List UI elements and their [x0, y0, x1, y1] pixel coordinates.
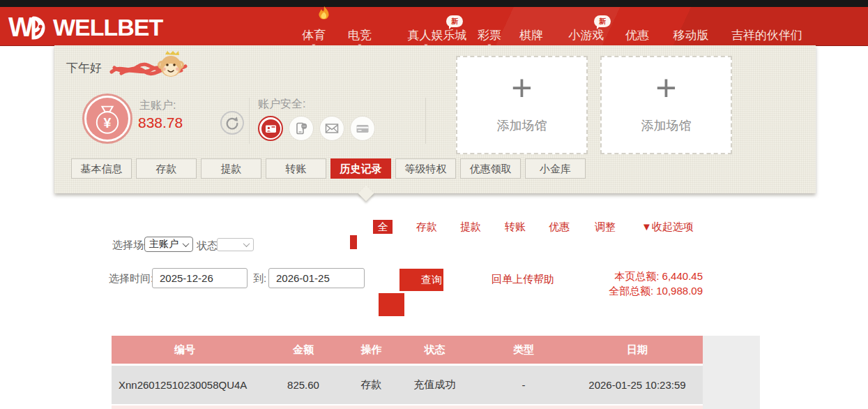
all-total-label: 全部总额:: [609, 285, 653, 297]
filter-transfer[interactable]: 转账: [505, 221, 526, 234]
red-marker-bar: [350, 235, 357, 249]
logo-spiral-b-icon: [31, 16, 52, 40]
table-side-strip: [703, 336, 760, 409]
fire-icon: [318, 6, 330, 21]
collapse-options-label: 收起选项: [652, 221, 694, 232]
to-label: 到:: [253, 272, 266, 285]
new-badge: 新: [594, 15, 611, 27]
top-black-bar: [0, 0, 868, 7]
nav-partners[interactable]: 吉祥的伙伴们: [731, 27, 802, 43]
time-select-label: 选择时间:: [109, 272, 153, 285]
nav-sports[interactable]: 体育: [302, 27, 326, 43]
header-amount: 金额: [258, 343, 349, 357]
nav-live-casino[interactable]: 真人娱乐城: [408, 27, 467, 43]
header-type: 类型: [475, 343, 572, 357]
cell-amount: 825.60: [258, 379, 349, 391]
add-venue-box[interactable]: + 添加场馆: [600, 56, 732, 154]
cell-date: 2026-01-25 10:23:59: [572, 379, 703, 391]
date-to-input[interactable]: 2026-01-25: [268, 268, 365, 288]
bank-card-security-icon[interactable]: [350, 116, 375, 141]
cell-operation: 存款: [349, 378, 394, 392]
id-card-security-icon[interactable]: [258, 116, 283, 141]
money-bag-icon: ¥: [82, 94, 132, 144]
main-navbar: W WELLBET 体育 ▼ 电竞 ▼ 真人娱乐城 新 ▼ 彩票 ▼ 棋牌 小游…: [0, 7, 868, 46]
tab-transfer[interactable]: 转账: [266, 158, 326, 179]
add-venue-box[interactable]: + 添加场馆: [456, 56, 588, 154]
venue-select-value: 主账户: [149, 238, 178, 251]
table-header-row: 编号 金额 操作 状态 类型 日期: [112, 336, 703, 364]
account-balance: 838.78: [138, 114, 183, 131]
search-button[interactable]: 查询: [399, 269, 443, 291]
triangle-down-icon: ▼: [641, 221, 652, 232]
nav-esports[interactable]: 电竞: [348, 27, 372, 43]
filter-withdraw[interactable]: 提款: [460, 221, 481, 234]
refresh-icon: [225, 116, 239, 130]
next-row-edge: [112, 406, 703, 409]
plus-icon: +: [602, 70, 731, 106]
refresh-balance-button[interactable]: [220, 111, 244, 135]
chevron-down-icon: [243, 240, 250, 247]
plus-icon: +: [457, 70, 586, 106]
all-total: 全部总额: 10,988.09: [577, 285, 703, 298]
header-date: 日期: [572, 343, 703, 357]
chevron-down-icon: [183, 240, 190, 247]
red-square-button[interactable]: [379, 293, 404, 316]
tab-vip-level[interactable]: 等级特权: [395, 158, 456, 179]
header-id: 编号: [112, 343, 258, 357]
monkey-avatar: [155, 50, 186, 80]
filter-deposit[interactable]: 存款: [416, 221, 437, 234]
svg-text:¥: ¥: [104, 115, 112, 131]
logo-wordmark: WELLBET: [53, 14, 162, 41]
account-panel: 下午好88 ¥ 主账户: 838.78: [54, 45, 816, 193]
table-row[interactable]: Xnn26012510230058QU4A 825.60 存款 充值成功 - 2…: [112, 366, 703, 404]
sms-phone-security-icon[interactable]: [289, 116, 314, 141]
header-operation: 操作: [349, 343, 394, 357]
filter-all[interactable]: 全部: [373, 220, 393, 234]
tab-promo-claim[interactable]: 优惠领取: [460, 158, 521, 179]
header-status: 状态: [394, 343, 475, 357]
filter-promo[interactable]: 优惠: [549, 221, 570, 234]
receipt-upload-help-link[interactable]: 回单上传帮助: [492, 273, 554, 286]
page-total-value: 6,440.45: [662, 270, 703, 282]
tab-deposit[interactable]: 存款: [136, 158, 197, 179]
add-venue-label: 添加场馆: [457, 117, 586, 134]
nav-lottery[interactable]: 彩票: [478, 27, 501, 43]
account-security-label: 账户安全:: [258, 97, 305, 112]
page-total: 本页总额: 6,440.45: [577, 270, 703, 283]
new-badge: 新: [446, 15, 463, 27]
greeting-label: 下午好: [66, 61, 102, 75]
tab-history[interactable]: 历史记录: [330, 158, 391, 179]
filter-adjust[interactable]: 调整: [595, 221, 616, 234]
tab-withdraw[interactable]: 提款: [201, 158, 261, 179]
page-total-label: 本页总额:: [614, 270, 659, 282]
cell-status: 充值成功: [394, 378, 475, 392]
date-from-input[interactable]: 2025-12-26: [152, 268, 248, 288]
history-table: 编号 金额 操作 状态 类型 日期 Xnn26012510230058QU4A …: [112, 336, 703, 409]
logo-w-letter: W: [8, 13, 32, 43]
all-total-value: 10,988.09: [656, 285, 703, 297]
account-tabs: 基本信息 存款 提款 转账 历史记录 等级特权 优惠领取 小金库: [71, 158, 586, 179]
add-venue-label: 添加场馆: [602, 117, 731, 134]
divider: [249, 98, 250, 144]
nav-mobile[interactable]: 移动版: [673, 27, 709, 43]
divider: [425, 98, 426, 144]
nav-board-games[interactable]: 棋牌: [519, 27, 543, 43]
nav-promotions[interactable]: 优惠: [625, 27, 649, 43]
venue-select[interactable]: 主账户: [144, 237, 193, 252]
nav-mini-games[interactable]: 小游戏: [569, 27, 604, 43]
tab-basic-info[interactable]: 基本信息: [71, 158, 132, 179]
cell-type: -: [475, 379, 572, 391]
main-account-label: 主账户:: [139, 98, 176, 113]
cell-id: Xnn26012510230058QU4A: [112, 379, 258, 391]
wellbet-logo[interactable]: W WELLBET: [8, 13, 162, 42]
tab-vault[interactable]: 小金库: [525, 158, 586, 179]
collapse-options-link[interactable]: ▼收起选项: [641, 221, 694, 234]
mail-security-icon[interactable]: [319, 116, 344, 141]
status-select[interactable]: [217, 238, 254, 251]
